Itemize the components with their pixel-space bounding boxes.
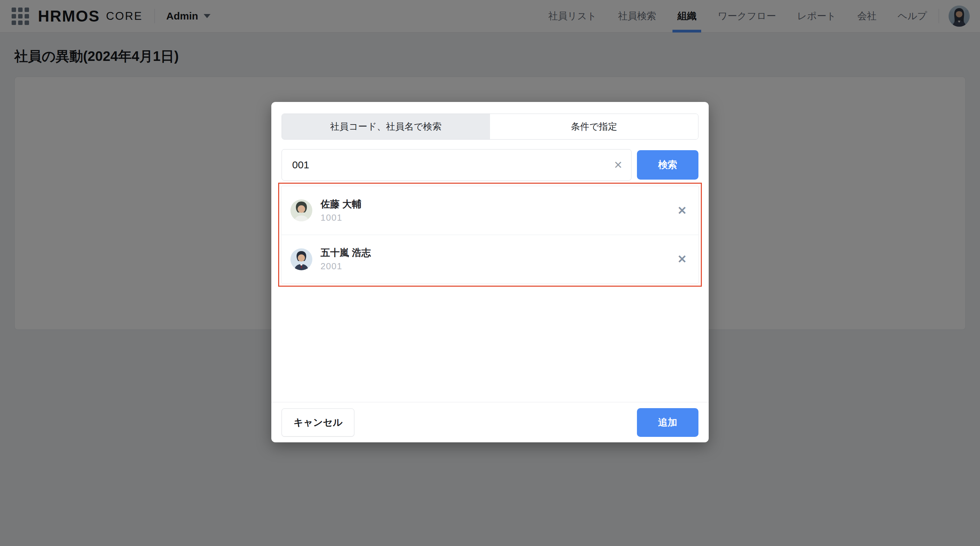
- cancel-button[interactable]: キャンセル: [282, 409, 354, 436]
- selected-employee-list: 佐藤 大輔 1001 ✕: [281, 186, 699, 284]
- tab-search-by-code-name[interactable]: 社員コード、社員名で検索: [282, 114, 490, 139]
- list-item: 佐藤 大輔 1001 ✕: [282, 186, 698, 235]
- add-button[interactable]: 追加: [637, 408, 698, 437]
- employee-search-modal: 社員コード、社員名で検索 条件で指定 ✕ 検索: [271, 102, 709, 442]
- modal-tabs: 社員コード、社員名で検索 条件で指定: [282, 113, 698, 140]
- employee-name: 佐藤 大輔: [320, 198, 361, 210]
- employee-avatar: [290, 248, 312, 270]
- modal-footer: キャンセル 追加: [271, 402, 709, 442]
- clear-icon[interactable]: ✕: [612, 158, 625, 172]
- app-screen: HRMOS CORE Admin 社員リスト 社員検索 組織 ワークフロー レポ…: [0, 0, 980, 546]
- remove-icon[interactable]: ✕: [675, 202, 690, 219]
- employee-code: 2001: [320, 261, 371, 271]
- employee-info: 佐藤 大輔 1001: [320, 198, 361, 223]
- search-row: ✕ 検索: [282, 149, 698, 180]
- employee-code: 1001: [320, 212, 361, 223]
- selection-highlight-box: 佐藤 大輔 1001 ✕: [278, 183, 702, 287]
- search-button[interactable]: 検索: [637, 150, 698, 180]
- avatar-photo-man-1: [290, 200, 312, 221]
- remove-icon[interactable]: ✕: [675, 251, 690, 268]
- search-input-wrap: ✕: [282, 149, 632, 180]
- tab-search-by-condition[interactable]: 条件で指定: [490, 114, 698, 139]
- employee-avatar: [290, 200, 312, 221]
- avatar-photo-man-2: [290, 248, 312, 270]
- list-item: 五十嵐 浩志 2001 ✕: [282, 235, 698, 283]
- modal-spacer: [282, 287, 698, 402]
- employee-search-input[interactable]: [282, 149, 632, 180]
- employee-name: 五十嵐 浩志: [320, 247, 371, 259]
- employee-info: 五十嵐 浩志 2001: [320, 247, 371, 271]
